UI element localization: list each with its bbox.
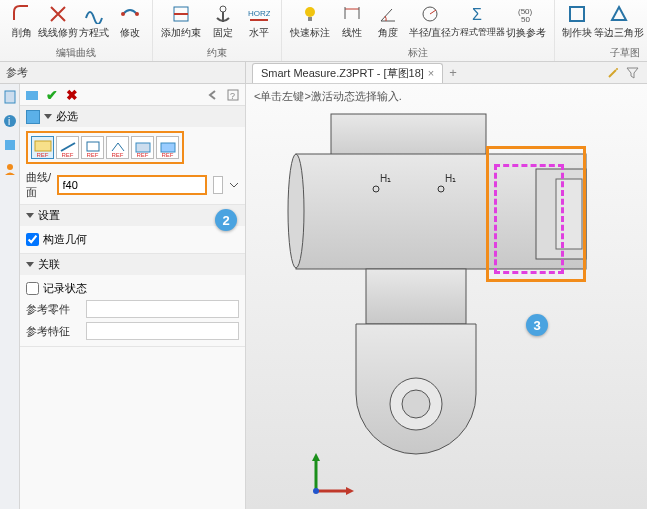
svg-point-0: [121, 12, 125, 16]
ribbon-toggle-ref[interactable]: (50)50切换参考: [502, 2, 550, 41]
sb-history-icon[interactable]: [3, 138, 17, 152]
svg-rect-32: [35, 141, 51, 151]
mode-ref3[interactable]: REF: [81, 136, 104, 159]
vertical-sidebar: i: [0, 84, 20, 509]
dim-label-2: H₁: [445, 173, 456, 184]
bulb-icon: [299, 3, 321, 25]
picker-button[interactable]: [213, 176, 223, 194]
new-tab-button[interactable]: +: [449, 65, 457, 80]
ok-button[interactable]: ✔: [44, 87, 60, 103]
sb-sheet-icon[interactable]: [3, 90, 17, 104]
horizontal-icon: HORZ: [248, 3, 270, 25]
ribbon-quick-dim[interactable]: 快速标注: [286, 2, 334, 41]
sb-info-icon[interactable]: i: [3, 114, 17, 128]
section-required: 必选 REF REF REF REF REF REF 曲线/面: [20, 106, 245, 205]
caret-icon: [26, 213, 34, 218]
panel-header: ✔ ✖ ?: [20, 84, 245, 106]
ref-feat-label: 参考特征: [26, 324, 86, 339]
svg-text:i: i: [8, 116, 10, 127]
mode-ref2[interactable]: REF: [56, 136, 79, 159]
section-assoc: 关联 记录状态 参考零件 参考特征: [20, 254, 245, 347]
svg-text:50: 50: [521, 15, 530, 24]
mode-ref4[interactable]: REF: [106, 136, 129, 159]
curve-face-label: 曲线/面: [26, 170, 53, 200]
close-tab-icon[interactable]: ×: [428, 67, 434, 79]
record-state-label: 记录状态: [43, 281, 87, 296]
axis-triad: [306, 451, 356, 501]
mode-icon-row: REF REF REF REF REF REF: [26, 131, 184, 164]
ribbon-trim[interactable]: 线线修剪: [40, 2, 76, 41]
ribbon-group-dimension: 快速标注 线性 角度 半径/直径 Σ方程式管理器 (50)50切换参考 标注: [282, 0, 555, 61]
cancel-button[interactable]: ✖: [64, 87, 80, 103]
side-tab-label: 参考: [0, 62, 246, 83]
construct-geom-checkbox[interactable]: [26, 233, 39, 246]
part-drawing: H₁ H₁: [246, 84, 646, 504]
mode-ref1[interactable]: REF: [31, 136, 54, 159]
options-icon[interactable]: ?: [225, 87, 241, 103]
ribbon-horizontal[interactable]: HORZ水平: [241, 2, 277, 41]
mode-ref5[interactable]: REF: [131, 136, 154, 159]
dropdown-icon[interactable]: [229, 178, 239, 192]
ref-part-value[interactable]: [86, 300, 239, 318]
document-tab[interactable]: Smart Measure.Z3PRT - [草图18] ×: [252, 63, 443, 83]
undo-icon[interactable]: [205, 87, 221, 103]
ribbon-fix[interactable]: 固定: [205, 2, 241, 41]
svg-point-8: [305, 7, 315, 17]
ribbon-make-block[interactable]: 制作块: [559, 2, 595, 41]
wand-icon[interactable]: [607, 66, 620, 79]
section-assoc-header[interactable]: 关联: [20, 254, 245, 275]
svg-point-1: [135, 12, 139, 16]
curve-face-input[interactable]: [57, 175, 207, 195]
svg-point-50: [313, 488, 319, 494]
anchor-icon: [212, 3, 234, 25]
section-settings-title: 设置: [38, 208, 60, 223]
ribbon-group-constraint: 添加约束 固定 HORZ水平 约束: [153, 0, 282, 61]
ribbon-modify[interactable]: 修改: [112, 2, 148, 41]
svg-point-4: [220, 6, 226, 12]
svg-marker-47: [312, 453, 320, 461]
ribbon-group-edit-curve: 削角 线线修剪 方程式 修改 编辑曲线: [0, 0, 153, 61]
ribbon-linear[interactable]: 线性: [334, 2, 370, 41]
toggle-ref-icon: (50)50: [515, 3, 537, 25]
svg-text:HORZ: HORZ: [248, 9, 270, 18]
block-icon: [566, 3, 588, 25]
panel-plane-icon[interactable]: [24, 87, 40, 103]
ribbon-triangle[interactable]: 等边三角形: [595, 2, 643, 41]
ribbon-add-constraint[interactable]: 添加约束: [157, 2, 205, 41]
svg-rect-41: [366, 269, 466, 324]
filter-icon[interactable]: [626, 66, 639, 79]
ribbon-eq-manager[interactable]: Σ方程式管理器: [454, 2, 502, 40]
svg-point-38: [288, 154, 304, 268]
svg-text:?: ?: [230, 91, 235, 101]
sb-user-icon[interactable]: [3, 162, 17, 176]
ribbon-contour[interactable]: 轨迹轮廓: [643, 2, 647, 41]
svg-text:Σ: Σ: [472, 6, 482, 23]
doc-tab-title: Smart Measure.Z3PRT - [草图18]: [261, 66, 424, 81]
linear-dim-icon: [341, 3, 363, 25]
ribbon-angle[interactable]: 角度: [370, 2, 406, 41]
section-required-header[interactable]: 必选: [20, 106, 245, 127]
body: i ✔ ✖ ? 必选 REF REF REF REF: [0, 84, 647, 509]
ribbon-equation-curve[interactable]: 方程式: [76, 2, 112, 41]
section-settings-header[interactable]: 设置: [20, 205, 245, 226]
ribbon-group-title: 编辑曲线: [4, 45, 148, 61]
section-settings: 设置 构造几何 2: [20, 205, 245, 254]
ribbon-group-title: 子草图: [559, 45, 647, 61]
ribbon-group-subsketch: 制作块 等边三角形 轨迹轮廓 子草图: [555, 0, 647, 61]
add-constraint-icon: [170, 3, 192, 25]
ribbon-radius[interactable]: 半径/直径: [406, 2, 454, 41]
viewport[interactable]: <单击左键>激活动态选择输入. H₁: [246, 84, 647, 509]
mode-ref6[interactable]: REF: [156, 136, 179, 159]
ref-feat-value[interactable]: [86, 322, 239, 340]
property-panel: ✔ ✖ ? 必选 REF REF REF REF REF REF: [20, 84, 246, 509]
trim-icon: [47, 3, 69, 25]
record-state-checkbox[interactable]: [26, 282, 39, 295]
triangle-icon: [608, 3, 630, 25]
ribbon-group-title: 标注: [286, 45, 550, 61]
construct-geom-label: 构造几何: [43, 232, 87, 247]
ribbon-fillet[interactable]: 削角: [4, 2, 40, 41]
sigma-icon: Σ: [467, 3, 489, 25]
equation-icon: [83, 3, 105, 25]
svg-point-28: [7, 164, 13, 170]
radius-icon: [419, 3, 441, 25]
